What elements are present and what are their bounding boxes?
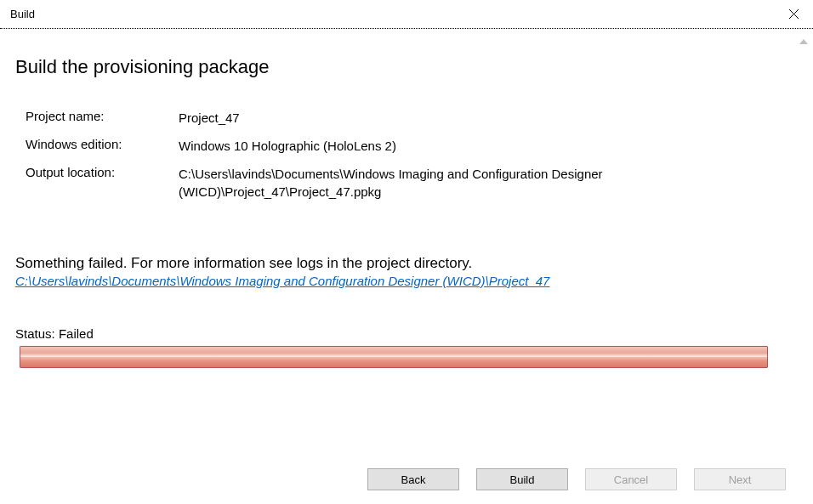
project-name-row: Project name: Project_47 xyxy=(26,109,798,127)
project-name-label: Project name: xyxy=(26,109,179,123)
output-location-value: C:\Users\lavinds\Documents\Windows Imagi… xyxy=(179,165,757,201)
button-row: Back Build Cancel Next xyxy=(367,468,786,490)
back-button[interactable]: Back xyxy=(367,468,459,490)
output-location-label: Output location: xyxy=(26,165,179,179)
project-name-value: Project_47 xyxy=(179,109,240,127)
windows-edition-value: Windows 10 Holographic (HoloLens 2) xyxy=(179,137,396,155)
output-location-row: Output location: C:\Users\lavinds\Docume… xyxy=(26,165,798,201)
log-directory-link[interactable]: C:\Users\lavinds\Documents\Windows Imagi… xyxy=(15,274,549,288)
status-line: Status: Failed xyxy=(15,326,798,341)
page-heading: Build the provisioning package xyxy=(15,56,798,78)
close-button[interactable] xyxy=(774,0,813,29)
window-title: Build xyxy=(10,8,35,20)
status-value: Failed xyxy=(59,326,94,341)
build-button[interactable]: Build xyxy=(476,468,568,490)
content-area: Build the provisioning package Project n… xyxy=(0,29,813,504)
close-icon xyxy=(789,9,799,19)
error-message: Something failed. For more information s… xyxy=(15,255,798,272)
error-section: Something failed. For more information s… xyxy=(15,255,798,289)
windows-edition-label: Windows edition: xyxy=(26,137,179,151)
titlebar: Build xyxy=(0,0,813,29)
status-section: Status: Failed xyxy=(15,326,798,368)
details-section: Project name: Project_47 Windows edition… xyxy=(26,109,798,201)
windows-edition-row: Windows edition: Windows 10 Holographic … xyxy=(26,137,798,155)
progress-bar xyxy=(20,346,768,368)
next-button: Next xyxy=(694,468,786,490)
cancel-button: Cancel xyxy=(585,468,677,490)
status-label: Status: xyxy=(15,326,55,341)
